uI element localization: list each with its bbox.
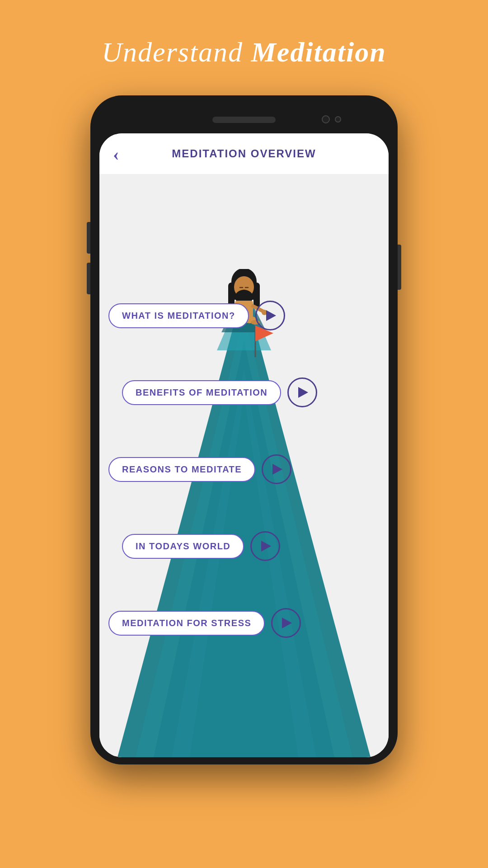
menu-item-what-is-meditation[interactable]: WHAT IS MEDITATION? [108, 301, 285, 330]
menu-item-todays-world[interactable]: IN TODAYS WORLD [122, 531, 280, 561]
menu-item-stress[interactable]: MEDITATION FOR STRESS [108, 608, 301, 638]
page-title: Understand Meditation [102, 36, 386, 68]
volume-down-button [87, 263, 90, 294]
phone-screen: ‹ MEDITATION OVERVIEW [99, 133, 389, 757]
reasons-play-button[interactable] [262, 454, 291, 484]
reasons-label[interactable]: REASONS TO MEDITATE [108, 457, 255, 482]
menu-item-benefits[interactable]: BENEFITS OF MEDITATION [122, 377, 317, 407]
benefits-label[interactable]: BENEFITS OF MEDITATION [122, 380, 281, 405]
phone-camera [322, 115, 330, 123]
volume-up-button [87, 222, 90, 254]
power-button [398, 245, 401, 290]
app-header: ‹ MEDITATION OVERVIEW [99, 133, 389, 174]
what-is-meditation-label[interactable]: WHAT IS MEDITATION? [108, 303, 249, 328]
phone-shell: ‹ MEDITATION OVERVIEW [90, 95, 398, 764]
play-icon [261, 541, 271, 552]
benefits-play-button[interactable] [287, 377, 317, 407]
phone-top-bar [95, 106, 393, 133]
phone-camera-secondary [335, 116, 341, 123]
menu-item-reasons[interactable]: REASONS TO MEDITATE [108, 454, 291, 484]
todays-world-label[interactable]: IN TODAYS WORLD [122, 534, 244, 559]
play-icon [298, 387, 308, 398]
mountain-graphic [99, 260, 389, 757]
play-icon [272, 464, 282, 475]
play-icon [282, 618, 292, 628]
app-content: WHAT IS MEDITATION? BENEFITS OF MEDITATI… [99, 174, 389, 757]
what-is-meditation-play-button[interactable] [255, 301, 285, 330]
play-icon [266, 310, 276, 321]
phone-speaker [212, 117, 276, 123]
stress-play-button[interactable] [271, 608, 301, 638]
screen-title: MEDITATION OVERVIEW [99, 147, 389, 160]
todays-world-play-button[interactable] [250, 531, 280, 561]
stress-label[interactable]: MEDITATION FOR STRESS [108, 611, 265, 636]
